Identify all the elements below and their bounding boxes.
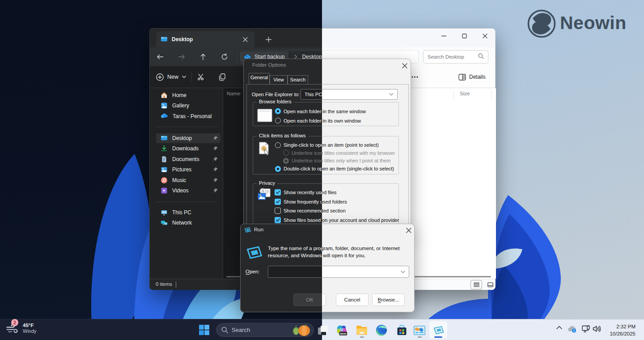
sidebar-item-onedrive[interactable]: Taras - Personal (156, 111, 220, 121)
sidebar-item-videos[interactable]: Videos (156, 186, 220, 196)
open-explorer-to-dropdown[interactable]: This PC (301, 89, 322, 100)
radio-off-icon (275, 142, 281, 148)
documents-icon (161, 156, 168, 163)
copy-button[interactable] (217, 72, 228, 82)
sidebar-item-home[interactable]: Home (156, 90, 220, 100)
onedrive-cloud-icon (161, 112, 168, 120)
run-open-input[interactable] (268, 266, 322, 278)
checkbox-label: Show recently used files (284, 190, 322, 195)
minimize-button[interactable] (433, 29, 454, 43)
radio-own-window[interactable]: Open each folder in its own window (275, 117, 322, 124)
sidebar-item-documents[interactable]: Documents (156, 154, 220, 164)
folder-options-close-button[interactable] (401, 62, 408, 69)
forward-button[interactable] (174, 50, 189, 64)
pin-icon (213, 155, 218, 163)
cancel-button[interactable]: Cancel (336, 293, 369, 306)
open-explorer-to-value: This PC (305, 92, 322, 97)
checkbox-cloud-files[interactable]: Show files based on your account and clo… (275, 217, 322, 223)
column-separator[interactable] (491, 90, 491, 99)
radio-own-window[interactable]: Open each folder in its own window (322, 117, 361, 124)
new-tab-button[interactable] (263, 34, 273, 44)
taskbar: 2 45°F Windy Sea (0, 319, 322, 340)
back-button[interactable] (153, 50, 167, 64)
radio-single-click[interactable]: Single-click to open an item (point to s… (275, 142, 322, 149)
tab-close-button[interactable] (240, 34, 250, 44)
radio-underline-point[interactable]: Underline icon titles only when I point … (283, 157, 322, 164)
taskbar-file-explorer-icon[interactable] (356, 324, 368, 336)
ok-button-label: OK (306, 297, 314, 302)
radio-disabled-icon (283, 150, 289, 156)
desktop-scene: Neowin Desktop (322, 0, 644, 340)
window-close-button[interactable] (475, 29, 495, 43)
new-button[interactable]: New (156, 71, 186, 83)
up-button[interactable] (196, 50, 210, 64)
open-explorer-to-dropdown[interactable]: This PC (322, 89, 398, 100)
column-separator[interactable] (453, 90, 454, 99)
checkbox-recent-files[interactable]: Show recently used files (275, 189, 322, 196)
radio-underline-consistent[interactable]: Underline icon titles consistent with my… (283, 149, 322, 156)
radio-underline-point[interactable]: Underline icon titles only when I point … (322, 157, 390, 164)
sidebar-item-downloads[interactable]: Downloads (156, 144, 220, 153)
browse-button[interactable]: Browse... (372, 293, 405, 306)
pin-icon (213, 136, 218, 140)
checkbox-recommended-section[interactable]: Show recommended section (322, 208, 346, 214)
clock-date: 10/26/2025 (610, 330, 636, 337)
cut-button[interactable] (195, 72, 206, 82)
taskbar-search-box[interactable]: Search (216, 323, 314, 337)
neowin-logo-mark (527, 9, 556, 38)
taskbar-store-icon[interactable] (396, 324, 407, 336)
radio-same-window[interactable]: Open each folder in the same window (322, 108, 366, 115)
run-open-input[interactable] (322, 266, 409, 278)
checkbox-label: Show files based on your account and clo… (322, 217, 399, 223)
radio-single-click[interactable]: Single-click to open an item (point to s… (322, 142, 379, 149)
radio-same-window[interactable]: Open each folder in the same window (275, 108, 322, 115)
sidebar-item-this-pc[interactable]: This PC (156, 208, 220, 217)
ok-button[interactable]: OK (322, 293, 326, 306)
tab-general[interactable]: General (249, 73, 270, 84)
column-header-name[interactable]: Name (227, 91, 241, 96)
volume-tray-icon[interactable] (593, 325, 601, 332)
open-explorer-to-value: This PC (322, 92, 389, 97)
checkbox-frequent-folders[interactable]: Show frequently used folders (322, 198, 347, 205)
checkbox-frequent-folders[interactable]: Show frequently used folders (275, 198, 322, 205)
details-pane-button[interactable] (484, 280, 496, 289)
radio-double-click[interactable]: Double-click to open an item (single-cli… (322, 166, 394, 172)
column-header-size[interactable]: Size (460, 91, 470, 96)
run-close-button[interactable] (405, 226, 412, 234)
onedrive-tray-icon[interactable] (568, 325, 577, 333)
checkbox-cloud-files[interactable]: Show files based on your account and clo… (322, 217, 399, 223)
refresh-button[interactable] (217, 50, 232, 64)
single-click-icon (259, 142, 271, 156)
overlapping-windows-icon (322, 325, 328, 336)
maximize-button[interactable] (454, 29, 475, 43)
taskbar-run-icon[interactable] (433, 324, 445, 336)
sidebar-item-pictures[interactable]: Pictures (156, 165, 220, 174)
weather-widget[interactable]: 2 45°F Windy (6, 322, 37, 335)
sidebar-item-music[interactable]: Music (156, 175, 220, 185)
checkbox-recent-files[interactable]: Show recently used files (322, 189, 337, 196)
tray-chevron-up-button[interactable] (556, 326, 562, 329)
explorer-tab-desktop[interactable]: Desktop (156, 31, 254, 47)
sidebar-item-network[interactable]: Network (156, 218, 220, 228)
tab-view[interactable]: View (270, 75, 288, 84)
radio-underline-consistent[interactable]: Underline icon titles consistent with my… (322, 149, 395, 156)
taskbar-m365-copilot-icon[interactable]: M365 (336, 324, 347, 336)
taskbar-clock[interactable]: 2:32 PM 10/26/2025 (610, 323, 636, 337)
pin-icon (213, 176, 218, 184)
taskbar-folder-options-icon[interactable] (414, 324, 425, 336)
sidebar-item-desktop[interactable]: Desktop (156, 133, 220, 143)
explorer-search-box[interactable]: Search Desktop (423, 50, 488, 64)
list-view-button[interactable] (470, 280, 482, 289)
network-tray-icon[interactable] (582, 325, 590, 333)
checkbox-recommended-section[interactable]: Show recommended section (275, 208, 322, 214)
start-button[interactable] (199, 325, 209, 335)
radio-double-click[interactable]: Double-click to open an item (single-cli… (275, 166, 322, 172)
taskbar-edge-icon[interactable] (376, 324, 387, 336)
details-view-button[interactable]: Details (458, 71, 486, 83)
ok-button[interactable]: OK (293, 293, 322, 306)
tab-search[interactable]: Search (288, 75, 308, 84)
run-title-icon (244, 226, 251, 234)
taskbar-app-windows-icon[interactable] (322, 324, 329, 336)
sidebar-item-gallery[interactable]: Gallery (156, 101, 220, 110)
taskbar-app-windows-icon[interactable] (317, 324, 322, 336)
